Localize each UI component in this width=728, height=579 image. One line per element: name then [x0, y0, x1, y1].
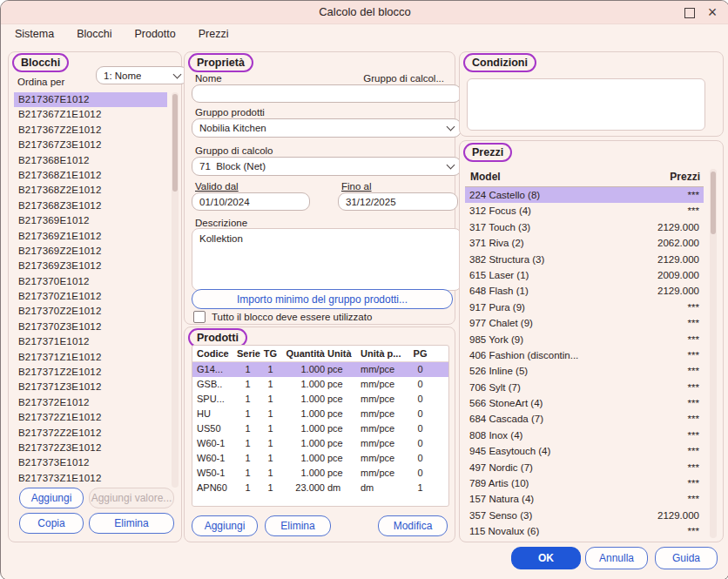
cell-quantita: 1.000: [282, 436, 327, 451]
prodotti-elimina-button[interactable]: Elimina: [265, 515, 331, 536]
cell-pg: 0: [409, 436, 434, 451]
block-list-scrollbar[interactable]: [172, 92, 179, 488]
block-list-item[interactable]: B217370Z3E1012: [14, 320, 167, 334]
prezzi-row[interactable]: 526 Inline (5) ***: [465, 363, 704, 379]
prezzi-row[interactable]: 615 Laser (1) 2009.000: [465, 267, 704, 283]
prezzi-row[interactable]: 157 Natura (4) ***: [465, 491, 704, 507]
cell-serie: 1: [237, 451, 261, 466]
prezzi-row[interactable]: 406 Fashion (discontin... ***: [465, 347, 704, 363]
close-icon[interactable]: ×: [703, 2, 722, 23]
prezzi-row[interactable]: 357 Senso (3) 2129.000: [465, 508, 704, 523]
prezzi-row[interactable]: 371 Riva (2) 2062.000: [465, 235, 704, 251]
cell-model: 526 Inline (5): [469, 363, 528, 379]
block-list-item[interactable]: B217371E1012: [14, 334, 167, 349]
fino-al-input[interactable]: 31/12/2025: [338, 192, 458, 211]
block-list-item[interactable]: B217369Z3E1012: [14, 259, 167, 273]
block-list-item[interactable]: B217371Z1E1012: [14, 350, 167, 365]
cell-unita: pce: [327, 392, 361, 407]
prodotti-row[interactable]: US50 1 1 1.000 pce mm/pce 0: [192, 421, 448, 436]
gruppo-prodotti-label: Gruppo prodotti: [195, 107, 265, 118]
block-list-item[interactable]: B217372Z1E1012: [14, 410, 167, 425]
menu-item-sistema[interactable]: Sistema: [15, 28, 54, 40]
prodotti-modifica-button[interactable]: Modifica: [378, 515, 448, 536]
block-list-item[interactable]: B217371Z3E1012: [14, 380, 167, 394]
ok-button[interactable]: OK: [511, 547, 581, 569]
block-list-item[interactable]: B217372Z2E1012: [14, 426, 167, 441]
block-list-item[interactable]: B217372E1012: [14, 395, 167, 410]
block-list-item[interactable]: B217370E1012: [14, 274, 167, 289]
prezzi-row[interactable]: 115 Novalux (6) ***: [465, 523, 704, 539]
cell-prezzo: ***: [688, 523, 699, 539]
prodotti-row[interactable]: SPU... 1 1 1.000 pce mm/pce 0: [192, 392, 448, 407]
prezzi-row[interactable]: 566 StoneArt (4) ***: [465, 395, 704, 411]
prezzi-row[interactable]: 317 Touch (3) 2129.000: [465, 219, 704, 235]
block-list-item[interactable]: B217368E1012: [14, 153, 167, 168]
prodotti-row[interactable]: W60-1 1 1 1.000 pce mm/pce 0: [192, 436, 448, 451]
prezzi-row[interactable]: 808 Inox (4) ***: [465, 428, 704, 443]
annulla-button[interactable]: Annulla: [585, 547, 648, 569]
scrollbar-thumb[interactable]: [711, 172, 716, 234]
prezzi-row[interactable]: 312 Focus (4) ***: [465, 203, 704, 219]
cell-codice: W60-1: [197, 436, 237, 451]
condizioni-list[interactable]: [467, 78, 705, 131]
block-list-item[interactable]: B217369Z1E1012: [14, 229, 167, 244]
maximize-icon[interactable]: [684, 8, 695, 18]
cell-prezzo: 2062.000: [657, 235, 699, 251]
block-list-item[interactable]: B217367Z1E1012: [14, 107, 167, 122]
block-list-item[interactable]: B217372Z3E1012: [14, 441, 167, 455]
prezzi-row[interactable]: 497 Nordic (7) ***: [465, 460, 704, 475]
cell-serie: 1: [237, 436, 261, 451]
prodotti-row[interactable]: GSB.. 1 1 1.000 pce mm/pce 0: [192, 377, 448, 392]
block-list-item[interactable]: B217373Z1E1012: [14, 471, 167, 486]
block-list-item[interactable]: B217370Z2E1012: [14, 304, 167, 319]
cell-model: 648 Flash (1): [469, 283, 529, 299]
prodotti-row[interactable]: G14... 1 1 1.000 pce mm/pce 0: [192, 362, 448, 377]
prezzi-row[interactable]: 917 Pura (9) ***: [465, 300, 704, 315]
col-unita-p: Unità p...: [361, 346, 409, 361]
block-list-item[interactable]: B217368Z3E1012: [14, 199, 167, 213]
guida-button[interactable]: Guida: [655, 547, 718, 569]
blocchi-aggiungi-button[interactable]: Aggiungi: [19, 488, 84, 508]
block-list-item[interactable]: B217370Z1E1012: [14, 289, 167, 304]
block-list-item[interactable]: B217368Z2E1012: [14, 183, 167, 198]
menu-item-blocchi[interactable]: Blocchi: [77, 28, 111, 40]
scrollbar-thumb[interactable]: [172, 94, 178, 192]
prezzi-row[interactable]: 224 Castello (8) ***: [465, 187, 704, 203]
nome-input[interactable]: [192, 84, 462, 103]
prezzi-row[interactable]: 706 Sylt (7) ***: [465, 380, 704, 395]
valido-dal-input[interactable]: 01/10/2024: [192, 192, 310, 211]
prodotti-row[interactable]: APN60 1 1 23.000 dm dm 1: [192, 481, 448, 495]
block-list-item[interactable]: B217367Z2E1012: [14, 123, 167, 138]
prezzi-row[interactable]: 945 Easytouch (4) ***: [465, 443, 704, 459]
blocchi-elimina-button[interactable]: Elimina: [89, 513, 174, 534]
cell-prezzo: 2129.000: [657, 283, 699, 299]
importo-minimo-button[interactable]: Importo minimo del gruppo prodotti...: [192, 289, 453, 309]
gruppo-prodotti-dropdown[interactable]: Nobilia Kitchen: [192, 118, 462, 138]
prodotti-aggiungi-button[interactable]: Aggiungi: [192, 515, 258, 536]
block-list-item[interactable]: B217371Z2E1012: [14, 365, 167, 380]
descrizione-textarea[interactable]: Kollektion: [192, 228, 462, 291]
tutto-blocco-checkbox[interactable]: Tutto il blocco deve essere utilizzato: [193, 311, 372, 323]
blocchi-copia-button[interactable]: Copia: [19, 513, 84, 534]
sort-dropdown[interactable]: 1: Nome: [96, 66, 188, 84]
gruppo-calcolo-dropdown[interactable]: 71 Block (Net): [192, 157, 462, 176]
cell-pg: 0: [409, 451, 434, 466]
menu-item-prodotto[interactable]: Prodotto: [134, 28, 175, 40]
block-list-item[interactable]: B217367Z3E1012: [14, 138, 167, 152]
prezzi-row[interactable]: 789 Artis (10) ***: [465, 475, 704, 491]
block-list-item[interactable]: B217369E1012: [14, 213, 167, 228]
prezzi-row[interactable]: 985 York (9) ***: [465, 332, 704, 347]
block-list-item[interactable]: B217367E1012: [14, 92, 167, 107]
prodotti-row[interactable]: W60-1 1 1 1.000 pce mm/pce 0: [192, 451, 448, 466]
block-list-item[interactable]: B217369Z2E1012: [14, 244, 167, 259]
prezzi-row[interactable]: 648 Flash (1) 2129.000: [465, 283, 704, 299]
prezzi-scrollbar[interactable]: [710, 169, 717, 538]
block-list-item[interactable]: B217373E1012: [14, 455, 167, 470]
prezzi-row[interactable]: 684 Cascada (7) ***: [465, 411, 704, 427]
block-list-item[interactable]: B217368Z1E1012: [14, 168, 167, 183]
prezzi-row[interactable]: 977 Chalet (9) ***: [465, 315, 704, 331]
prezzi-row[interactable]: 382 Structura (3) 2129.000: [465, 252, 704, 267]
menu-item-prezzi[interactable]: Prezzi: [199, 28, 229, 40]
prodotti-row[interactable]: HU 1 1 1.000 pce mm/pce 0: [192, 407, 448, 421]
prodotti-row[interactable]: W50-1 1 1 1.000 pce mm/pce 0: [192, 466, 448, 481]
